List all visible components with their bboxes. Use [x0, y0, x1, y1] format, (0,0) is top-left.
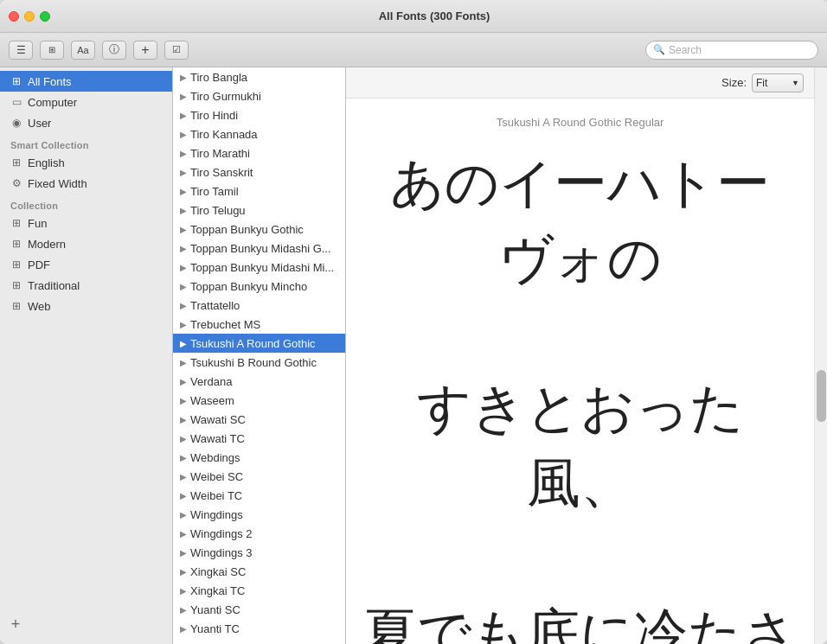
sidebar-item-pdf[interactable]: ⊞ PDF	[0, 254, 172, 275]
sidebar-item-web[interactable]: ⊞ Web	[0, 296, 172, 316]
list-item[interactable]: ▶ YuGothic	[173, 638, 345, 644]
list-item[interactable]: ▶ Toppan Bunkyu Gothic	[173, 220, 345, 239]
expand-arrow-icon: ▶	[180, 358, 187, 367]
sidebar-item-modern[interactable]: ⊞ Modern	[0, 233, 172, 254]
preview-area: Size: Fit ▼ Tsukushi A Round Gothic Regu…	[346, 67, 814, 644]
search-icon: 🔍	[653, 44, 665, 55]
expand-arrow-icon: ▶	[180, 225, 187, 234]
list-item[interactable]: ▶ Yuanti TC	[173, 619, 345, 638]
expand-arrow-icon: ▶	[180, 472, 187, 481]
list-item[interactable]: ▶ Tiro Sanskrit	[173, 163, 345, 182]
list-item[interactable]: ▶ Trebuchet MS	[173, 315, 345, 334]
list-item[interactable]: ▶ Xingkai SC	[173, 562, 345, 581]
expand-arrow-icon: ▶	[180, 510, 187, 520]
search-placeholder: Search	[669, 44, 702, 56]
list-item[interactable]: ▶ Weibei TC	[173, 486, 345, 505]
list-item[interactable]: ▶ Trattatello	[173, 296, 345, 315]
expand-arrow-icon: ▶	[180, 453, 187, 462]
expand-arrow-icon: ▶	[180, 434, 187, 443]
grid-view-button[interactable]: ⊞	[40, 41, 64, 60]
list-item[interactable]: ▶ Toppan Bunkyu Midashi G...	[173, 239, 345, 258]
sidebar-item-user[interactable]: ◉ User	[0, 112, 172, 133]
expand-arrow-icon: ▶	[180, 529, 187, 539]
list-item[interactable]: ▶ Tiro Telugu	[173, 201, 345, 220]
expand-arrow-icon: ▶	[180, 624, 187, 634]
expand-arrow-icon: ▶	[180, 130, 187, 139]
info-button[interactable]: ⓘ	[102, 41, 126, 60]
sidebar-item-traditional[interactable]: ⊞ Traditional	[0, 275, 172, 296]
sidebar-item-fun[interactable]: ⊞ Fun	[0, 213, 172, 233]
size-value: Fit	[756, 77, 767, 89]
all-fonts-icon: ⊞	[10, 75, 22, 87]
preview-content: Tsukushi A Round Gothic Regular あのイーハトーヴ…	[346, 99, 814, 644]
preview-font-name: Tsukushi A Round Gothic Regular	[497, 116, 664, 129]
smart-collection-label: Smart Collection	[0, 133, 172, 152]
list-item[interactable]: ▶ Wingdings	[173, 505, 345, 524]
expand-arrow-icon: ▶	[180, 92, 187, 101]
sidebar-item-label: PDF	[28, 258, 50, 271]
font-preview-button[interactable]: Aa	[71, 41, 95, 60]
add-font-button[interactable]: +	[133, 41, 157, 60]
sidebar-item-label: Modern	[28, 238, 66, 251]
sidebar-icon: ☰	[16, 44, 26, 56]
traffic-lights	[9, 11, 50, 22]
list-item[interactable]: ▶ Tiro Kannada	[173, 124, 345, 143]
size-select[interactable]: Fit ▼	[752, 73, 804, 92]
expand-arrow-icon: ▶	[180, 415, 187, 424]
list-item[interactable]: ▶ Tiro Marathi	[173, 143, 345, 163]
list-item[interactable]: ▶ Toppan Bunkyu Mincho	[173, 277, 345, 296]
list-item[interactable]: ▶ Webdings	[173, 448, 345, 467]
computer-icon: ▭	[10, 96, 22, 108]
validate-button[interactable]: ☑	[164, 41, 189, 60]
checkmark-icon: ☑	[172, 44, 181, 55]
fun-icon: ⊞	[10, 217, 22, 229]
size-label: Size:	[721, 76, 747, 89]
expand-arrow-icon: ▶	[180, 111, 187, 120]
list-item[interactable]: ▶ Tiro Bangla	[173, 67, 345, 86]
add-collection-button[interactable]: +	[7, 615, 24, 633]
expand-arrow-icon: ▶	[180, 605, 187, 615]
sidebar-item-computer[interactable]: ▭ Computer	[0, 92, 172, 112]
list-item[interactable]: ▶ Verdana	[173, 372, 345, 391]
preview-scrollbar[interactable]	[814, 67, 827, 644]
expand-arrow-icon: ▶	[180, 320, 187, 329]
list-item[interactable]: ▶ Wawati SC	[173, 410, 345, 429]
sidebar-item-label: Traditional	[28, 279, 80, 292]
list-item[interactable]: ▶ Wawati TC	[173, 429, 345, 448]
list-item[interactable]: ▶ Wingdings 2	[173, 524, 345, 543]
expand-arrow-icon: ▶	[180, 73, 187, 82]
scrollbar-thumb[interactable]	[817, 370, 826, 422]
sidebar-item-fixed-width[interactable]: ⚙ Fixed Width	[0, 173, 172, 194]
user-icon: ◉	[10, 117, 22, 129]
sidebar-item-label: English	[28, 156, 65, 169]
expand-arrow-icon: ▶	[180, 282, 187, 291]
traditional-icon: ⊞	[10, 279, 22, 291]
list-item[interactable]: ▶ Tiro Gurmukhi	[173, 86, 345, 105]
list-item[interactable]: ▶ Tiro Tamil	[173, 182, 345, 201]
close-button[interactable]	[9, 11, 19, 22]
maximize-button[interactable]	[40, 11, 50, 22]
expand-arrow-icon: ▶	[180, 206, 187, 215]
sidebar-item-english[interactable]: ⊞ English	[0, 152, 172, 173]
list-item[interactable]: ▶ Weibei SC	[173, 467, 345, 486]
expand-arrow-icon: ▶	[180, 567, 187, 577]
preview-toolbar: Size: Fit ▼	[346, 67, 814, 99]
list-item[interactable]: ▶ Waseem	[173, 391, 345, 410]
font-icon: Aa	[77, 45, 88, 55]
list-item[interactable]: ▶ Toppan Bunkyu Midashi Mi...	[173, 258, 345, 277]
list-item-selected[interactable]: ▶ Tsukushi A Round Gothic	[173, 334, 345, 353]
list-item[interactable]: ▶ Yuanti SC	[173, 600, 345, 619]
search-bar[interactable]: 🔍 Search	[645, 41, 818, 60]
list-item[interactable]: ▶ Tsukushi B Round Gothic	[173, 353, 345, 372]
sidebar-item-all-fonts[interactable]: ⊞ All Fonts	[0, 71, 172, 92]
sidebar-item-label: User	[28, 117, 51, 130]
expand-arrow-icon: ▶	[180, 339, 187, 348]
minimize-button[interactable]	[24, 11, 35, 22]
expand-arrow-icon: ▶	[180, 168, 187, 177]
sidebar-item-label: Web	[28, 300, 51, 313]
sidebar-toggle-button[interactable]: ☰	[9, 41, 33, 60]
list-item[interactable]: ▶ Xingkai TC	[173, 581, 345, 600]
collection-label: Collection	[0, 194, 172, 213]
list-item[interactable]: ▶ Wingdings 3	[173, 543, 345, 562]
list-item[interactable]: ▶ Tiro Hindi	[173, 105, 345, 124]
